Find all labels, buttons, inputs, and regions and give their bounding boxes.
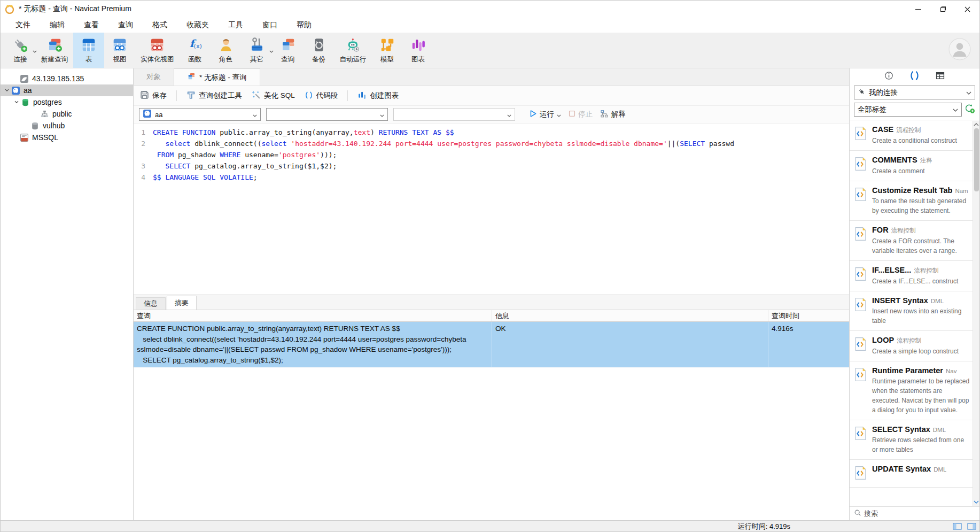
toolbar-button-query[interactable]: 查询: [273, 33, 304, 68]
chevron-down-icon: [953, 106, 958, 114]
expand-chevron-icon[interactable]: [12, 99, 21, 105]
expand-chevron-icon[interactable]: [3, 88, 11, 93]
menu-item-0[interactable]: 文件: [6, 18, 40, 33]
code-snippet-mode-icon[interactable]: [909, 71, 920, 83]
toolbar-button-connection[interactable]: 连接: [5, 33, 36, 68]
minimize-button[interactable]: [906, 1, 930, 18]
snippet-tag: DML: [934, 466, 946, 473]
result-time-cell[interactable]: 4.916s: [768, 322, 849, 367]
maximize-button[interactable]: [930, 1, 955, 18]
info-icon[interactable]: [884, 71, 893, 82]
snippet-item-0[interactable]: CASE流程控制Create a conditional construct: [850, 120, 973, 151]
snippet-item-1[interactable]: COMMENTS注释Create a comment: [850, 151, 973, 181]
tree-item-label: vulhub: [43, 121, 65, 130]
menu-item-2[interactable]: 查看: [74, 18, 108, 33]
snippet-item-6[interactable]: LOOP流程控制Create a simple loop construct: [850, 331, 973, 361]
tag-filter-select[interactable]: 全部标签: [854, 103, 962, 117]
snippet-tag: DML: [933, 427, 946, 433]
tree-item-aa[interactable]: aa: [1, 84, 133, 96]
menu-item-1[interactable]: 编辑: [40, 18, 74, 33]
tree-item-43.139.185.135[interactable]: 43.139.185.135: [1, 73, 133, 84]
explain-button[interactable]: 解释: [600, 110, 626, 120]
snippet-item-8[interactable]: SELECT SyntaxDMLRetrieve rows selected f…: [850, 420, 973, 460]
tree-item-public[interactable]: public: [1, 108, 133, 120]
toolbar-button-charts[interactable]: 图表: [403, 33, 434, 68]
parentheses-icon: [305, 91, 313, 101]
charts-icon: [410, 36, 426, 54]
close-button[interactable]: [955, 1, 979, 18]
menu-item-5[interactable]: 收藏夹: [177, 18, 219, 33]
panel-toggle-right-icon[interactable]: [967, 522, 976, 532]
result-panel: 信息摘要 查询信息查询时间 CREATE FUNCTION public.arr…: [134, 295, 849, 520]
snippet-item-3[interactable]: FOR流程控制Create a FOR construct. The varia…: [850, 221, 973, 261]
tab-0[interactable]: 对象: [134, 68, 174, 86]
tree-item-MSSQL[interactable]: MSSQL: [1, 132, 133, 143]
user-avatar[interactable]: [948, 38, 971, 63]
run-time-label: 运行时间: 4.919s: [738, 522, 790, 531]
code-snippet-button[interactable]: 代码段: [305, 91, 338, 101]
snippet-name: IF...ELSE...: [872, 266, 911, 274]
snippet-item-9[interactable]: UPDATE SyntaxDML: [850, 460, 973, 488]
snippet-description: Create a FOR construct. The variable ite…: [872, 236, 970, 256]
snippet-item-4[interactable]: IF...ELSE...流程控制Create a IF...ELSE... co…: [850, 261, 973, 291]
code-line: 4$$ LANGUAGE SQL VOLATILE;: [134, 172, 849, 183]
toolbar-button-table[interactable]: 表: [73, 33, 104, 68]
snippet-tag: 流程控制: [897, 337, 921, 344]
menu-item-4[interactable]: 格式: [143, 18, 177, 33]
result-tab-0[interactable]: 信息: [136, 297, 166, 310]
grid-column-header[interactable]: 查询时间: [768, 310, 849, 321]
schema-select[interactable]: [393, 108, 515, 121]
snippet-search[interactable]: 搜索: [850, 506, 979, 520]
new-snippet-icon[interactable]: [964, 104, 975, 116]
database-select[interactable]: [266, 108, 388, 121]
tab-label: * 无标题 - 查询: [199, 73, 247, 82]
menu-item-8[interactable]: 帮助: [287, 18, 321, 33]
snippet-item-5[interactable]: INSERT SyntaxDMLInsert new rows into an …: [850, 291, 973, 331]
snippet-item-7[interactable]: Runtime ParameterNavRuntime parameter to…: [850, 361, 973, 420]
snippet-item-2[interactable]: Customize Result TabNamTo name the resul…: [850, 181, 973, 221]
snippet-description: Retrieve rows selected from one or more …: [872, 435, 970, 454]
toolbar-button-view[interactable]: 视图: [104, 33, 135, 68]
toolbar-label: 函数: [188, 55, 201, 64]
grid-view-icon[interactable]: [936, 71, 945, 82]
query-builder-button[interactable]: 查询创建工具: [186, 90, 242, 101]
sql-editor[interactable]: 1CREATE FUNCTION public.array_to_string(…: [134, 124, 849, 295]
connection-filter-select[interactable]: 我的连接: [854, 86, 975, 99]
toolbar-button-automation[interactable]: 自动运行: [335, 33, 372, 68]
run-button[interactable]: 运行: [529, 110, 561, 119]
toolbar-button-others[interactable]: 其它: [242, 33, 273, 68]
toolbar-button-materialized-view[interactable]: 实体化视图: [135, 33, 180, 68]
toolbar-button-function[interactable]: f(x)函数: [180, 33, 211, 68]
save-button[interactable]: 保存: [140, 90, 167, 101]
scrollbar-thumb[interactable]: [974, 128, 979, 191]
tree-item-vulhub[interactable]: vulhub: [1, 120, 133, 132]
beautify-sql-button[interactable]: 美化 SQL: [252, 90, 295, 101]
search-label: 搜索: [864, 509, 878, 519]
tree-item-postgres[interactable]: postgres: [1, 96, 133, 108]
toolbar-button-new-query[interactable]: 新建查询: [36, 33, 73, 68]
grid-row-selected[interactable]: CREATE FUNCTION public.array_to_string(a…: [134, 322, 849, 367]
result-info-cell[interactable]: OK: [492, 322, 768, 367]
menu-item-7[interactable]: 窗口: [253, 18, 287, 33]
grid-column-header[interactable]: 信息: [492, 310, 768, 321]
toolbar-button-role[interactable]: 角色: [211, 33, 242, 68]
connection-tree: 43.139.185.135aapostgrespublicvulhubMSSQ…: [1, 68, 134, 520]
tab-1[interactable]: * 无标题 - 查询: [174, 68, 260, 86]
mysql-connection-icon: [20, 74, 29, 83]
toolbar-label: 模型: [380, 55, 394, 64]
connection-select[interactable]: aa: [139, 108, 261, 121]
result-tab-1[interactable]: 摘要: [167, 296, 197, 310]
line-number: [134, 149, 153, 160]
snippet-scrollbar[interactable]: [973, 121, 979, 506]
snippet-doc-icon: [854, 426, 867, 454]
toolbar-button-model[interactable]: 模型: [372, 33, 403, 68]
menu-item-3[interactable]: 查询: [108, 18, 143, 33]
toolbar-button-backup[interactable]: 备份: [304, 33, 335, 68]
create-chart-button[interactable]: 创建图表: [357, 90, 399, 101]
panel-toggle-left-icon[interactable]: [953, 522, 962, 532]
menu-item-6[interactable]: 工具: [219, 18, 253, 33]
chevron-down-icon[interactable]: [557, 111, 561, 119]
result-query-cell[interactable]: CREATE FUNCTION public.array_to_string(a…: [134, 322, 492, 367]
function-icon: f(x): [187, 36, 203, 54]
grid-column-header[interactable]: 查询: [134, 310, 492, 321]
